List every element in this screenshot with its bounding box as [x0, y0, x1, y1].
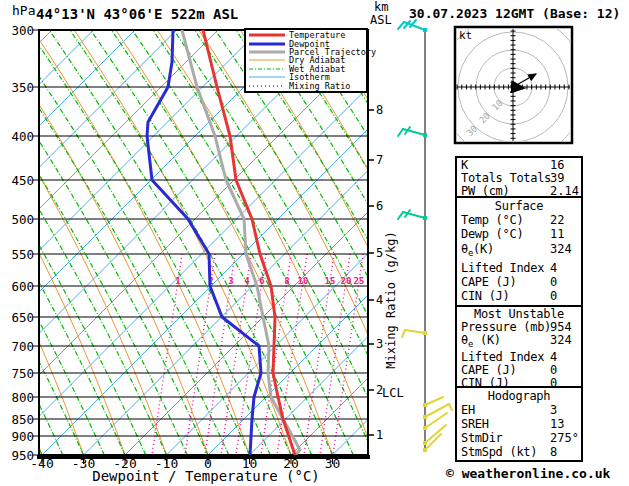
stats-value: 0 [550, 276, 557, 289]
pressure-tick-label: 650 [4, 311, 34, 324]
stats-value: 22 [550, 214, 564, 227]
pressure-tick-label: 550 [4, 248, 34, 261]
pressure-tick-label: 750 [4, 367, 34, 380]
altitude-axis-ref: ASL [370, 13, 392, 27]
legend-label: Temperature [289, 31, 345, 39]
km-tick-label: 7 [376, 154, 383, 166]
stats-value: 13 [550, 418, 564, 431]
stats-value: 324 [550, 243, 572, 256]
stats-box-title: Hodograph [457, 390, 581, 403]
stats-row: θe(K)324 [457, 243, 581, 260]
wind-barb [405, 330, 425, 333]
stats-label: Temp (°C) [461, 213, 523, 227]
svg-text:6: 6 [259, 276, 264, 286]
legend-swatch-line [248, 56, 286, 64]
stats-label: SREH [461, 417, 489, 431]
stats-label: EH [461, 403, 475, 417]
legend-swatch-line [248, 73, 286, 81]
wind-barb [425, 397, 443, 405]
pressure-tick-label: 500 [4, 213, 34, 226]
sounding-curves [147, 30, 300, 455]
mixing-ratio-axis-label: Mixing Ratio (g/kg) [384, 205, 398, 395]
pressure-tick-label: 800 [4, 391, 34, 404]
copyright: © weatheronline.co.uk [446, 466, 610, 481]
stats-label: CIN (J) [461, 289, 509, 303]
lcl-label: LCL [382, 386, 404, 400]
pressure-axis-unit: hPa [12, 3, 35, 18]
stats-value: 4 [550, 262, 557, 275]
km-tick-label: 5 [376, 247, 383, 259]
svg-text:8: 8 [284, 276, 289, 286]
wind-barb [398, 129, 403, 136]
wind-barb [449, 404, 452, 410]
stats-label: Pressure (mb) [461, 320, 551, 334]
stats-row: CAPE (J)0 [457, 276, 581, 289]
stats-label: Dewp (°C) [461, 227, 523, 241]
x-axis-label: Dewpoint / Temperature (°C) [56, 468, 356, 484]
stats-row: StmSpd (kt)8 [457, 446, 581, 459]
pressure-tick-label: 700 [4, 340, 34, 353]
altitude-axis-unit: km [374, 0, 388, 14]
stats-value: 3 [550, 404, 557, 417]
stats-value: 8 [550, 446, 557, 459]
stats-label: CAPE (J) [461, 275, 516, 289]
svg-text:15: 15 [325, 276, 336, 286]
km-tick-label: 1 [376, 429, 383, 441]
stats-label: CAPE (J) [461, 363, 516, 377]
svg-text:25: 25 [354, 276, 365, 286]
stats-row: θe (K)324 [457, 334, 581, 351]
stats-value: 324 [550, 334, 572, 347]
wind-barb [402, 330, 405, 337]
stats-box-most-unstable: Most UnstablePressure (mb)954θe (K)324Li… [455, 305, 583, 388]
stats-label: θe (K) [461, 333, 501, 347]
pressure-tick-label: 450 [4, 174, 34, 187]
legend-swatch-line [248, 65, 286, 73]
wind-barb [398, 212, 403, 219]
stats-row: EH3 [457, 404, 581, 417]
stats-row: Dewp (°C)11 [457, 228, 581, 241]
stats-value: 275° [550, 432, 579, 445]
stats-box-surface: SurfaceTemp (°C)22Dewp (°C)11θe(K)324Lif… [455, 196, 583, 307]
stats-box-hodograph-stats: HodographEH3SREH13StmDir275°StmSpd (kt)8 [455, 386, 583, 462]
legend-label: Mixing Ratio [289, 82, 350, 90]
station-title: 44°13'N 43°06'E 522m ASL [36, 6, 238, 22]
stats-row: Lifted Index4 [457, 262, 581, 275]
legend-item: Temperature [248, 31, 364, 39]
stats-row: Temp (°C)22 [457, 214, 581, 227]
stats-label: Lifted Index [461, 350, 544, 364]
stats-box-indices: K16Totals Totals39PW (cm)2.14 [455, 156, 583, 198]
stats-box-title: Surface [457, 200, 581, 213]
stats-row: StmDir275° [457, 432, 581, 445]
skewt-sounding-page: { "header": { "pressure_unit": "hPa", "s… [0, 0, 629, 486]
legend-swatch-line [248, 40, 286, 48]
svg-text:20: 20 [341, 276, 352, 286]
svg-text:1: 1 [175, 276, 180, 286]
km-tick-label: 6 [376, 200, 383, 212]
legend-swatch-line [248, 82, 286, 90]
pressure-tick-label: 850 [4, 413, 34, 426]
wind-barb-column [398, 20, 452, 452]
legend-item: Mixing Ratio [248, 82, 364, 90]
chart-legend: TemperatureDewpointParcel TrajectoryDry … [244, 28, 368, 93]
stats-row: SREH13 [457, 418, 581, 431]
stats-label: StmSpd (kt) [461, 445, 537, 459]
svg-text:3: 3 [228, 276, 233, 286]
stats-row: CIN (J)0 [457, 290, 581, 303]
pressure-tick-label: 350 [4, 81, 34, 94]
legend-swatch-line [248, 31, 286, 39]
pressure-tick-label: 300 [4, 24, 34, 37]
legend-swatch-line [248, 48, 286, 56]
hodograph-unit-label: kt [459, 29, 472, 42]
km-tick-label: 8 [376, 104, 383, 116]
pressure-tick-label: 600 [4, 280, 34, 293]
pressure-tick-label: 900 [4, 430, 34, 443]
hodograph-vector-arrow [513, 87, 524, 88]
pressure-tick-label: 400 [4, 130, 34, 143]
stats-label: StmDir [461, 431, 503, 445]
svg-text:10: 10 [298, 276, 309, 286]
km-tick-label: 3 [376, 338, 383, 350]
stats-label: Lifted Index [461, 261, 544, 275]
stats-label: K [461, 158, 468, 172]
km-tick-label: 4 [376, 294, 383, 306]
stats-label: Totals Totals [461, 171, 551, 185]
